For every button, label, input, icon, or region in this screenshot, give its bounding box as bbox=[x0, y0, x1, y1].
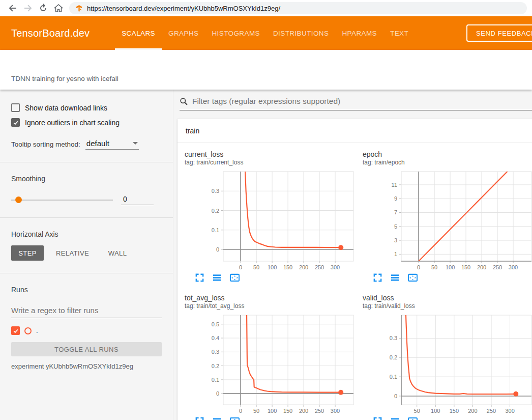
tab-histograms[interactable]: HISTOGRAMS bbox=[205, 16, 267, 50]
line-chart[interactable]: 5010015020025030000.10.20.3 bbox=[363, 313, 532, 414]
svg-text:0.1: 0.1 bbox=[212, 227, 219, 233]
chart-tag: tag: train/current_loss bbox=[185, 159, 357, 166]
svg-text:0.3: 0.3 bbox=[212, 188, 219, 194]
fullscreen-icon[interactable] bbox=[195, 416, 204, 420]
svg-text:200: 200 bbox=[299, 264, 308, 270]
tab-scalars[interactable]: SCALARS bbox=[115, 16, 162, 50]
chart-title: valid_loss bbox=[363, 294, 532, 302]
svg-text:3: 3 bbox=[394, 237, 397, 243]
settings-sidebar: Show data download links Ignore outliers… bbox=[0, 90, 173, 420]
svg-text:0.5: 0.5 bbox=[212, 321, 219, 327]
fullscreen-icon[interactable] bbox=[373, 416, 382, 420]
slider-thumb[interactable] bbox=[15, 197, 22, 203]
chart-title: tot_avg_loss bbox=[185, 294, 357, 302]
svg-text:0.3: 0.3 bbox=[212, 349, 219, 355]
app-header: TensorBoard.dev SCALARS GRAPHS HISTOGRAM… bbox=[0, 16, 532, 50]
svg-text:300: 300 bbox=[509, 264, 518, 270]
fullscreen-icon[interactable] bbox=[373, 273, 382, 283]
data-table-icon[interactable] bbox=[390, 273, 400, 283]
address-bar[interactable]: https://tensorboard.dev/experiment/yKUbh… bbox=[69, 2, 527, 14]
forward-icon[interactable] bbox=[20, 1, 36, 15]
tab-graphs[interactable]: GRAPHS bbox=[162, 16, 205, 50]
svg-text:300: 300 bbox=[331, 408, 340, 414]
fullscreen-icon[interactable] bbox=[195, 273, 204, 283]
experiment-title: TDNN training for yesno with icefall bbox=[11, 75, 119, 82]
svg-text:0.2: 0.2 bbox=[212, 208, 219, 214]
svg-text:0.1: 0.1 bbox=[212, 377, 219, 383]
fit-domain-icon[interactable] bbox=[229, 273, 240, 283]
fit-domain-icon[interactable] bbox=[407, 416, 418, 420]
axis-wall-button[interactable]: WALL bbox=[101, 245, 134, 261]
chevron-down-icon bbox=[133, 142, 138, 145]
svg-text:200: 200 bbox=[477, 264, 486, 270]
svg-text:0: 0 bbox=[239, 264, 242, 270]
fit-domain-icon[interactable] bbox=[229, 416, 240, 420]
svg-text:50: 50 bbox=[253, 264, 259, 270]
svg-text:250: 250 bbox=[315, 408, 324, 414]
axis-step-button[interactable]: STEP bbox=[11, 245, 44, 261]
tab-hparams[interactable]: HPARAMS bbox=[335, 16, 383, 50]
tooltip-sorting-select[interactable]: default bbox=[85, 139, 139, 150]
divider bbox=[0, 273, 173, 273]
data-table-icon[interactable] bbox=[212, 273, 222, 283]
show-download-links-checkbox[interactable]: Show data download links bbox=[11, 103, 162, 112]
svg-text:150: 150 bbox=[450, 408, 459, 414]
app-logo[interactable]: TensorBoard.dev bbox=[11, 27, 90, 39]
chart-title: current_loss bbox=[185, 150, 357, 158]
svg-text:100: 100 bbox=[268, 264, 277, 270]
smoothing-label: Smoothing bbox=[11, 175, 162, 183]
send-feedback-button[interactable]: SEND FEEDBACK bbox=[466, 24, 532, 42]
svg-text:100: 100 bbox=[446, 264, 455, 270]
svg-text:300: 300 bbox=[505, 408, 514, 414]
run-list-item[interactable]: . bbox=[11, 326, 162, 335]
back-icon[interactable] bbox=[5, 1, 20, 15]
data-table-icon[interactable] bbox=[212, 416, 222, 420]
svg-text:50: 50 bbox=[414, 408, 420, 414]
axis-relative-button[interactable]: RELATIVE bbox=[51, 245, 94, 261]
section-header-train[interactable]: train bbox=[178, 119, 532, 143]
tag-filter-input[interactable] bbox=[192, 97, 532, 106]
runs-label: Runs bbox=[11, 286, 162, 294]
train-section-card: train current_loss tag: train/current_lo… bbox=[178, 119, 532, 420]
toggle-all-runs-button[interactable]: TOGGLE ALL RUNS bbox=[11, 342, 162, 356]
run-checkbox-checked-icon[interactable] bbox=[11, 326, 20, 335]
svg-text:0: 0 bbox=[216, 246, 219, 253]
charts-grid: current_loss tag: train/current_loss 050… bbox=[178, 143, 532, 420]
line-chart[interactable]: 0501001502002503001357911 bbox=[363, 169, 532, 271]
tab-distributions[interactable]: DISTRIBUTIONS bbox=[267, 16, 335, 50]
svg-text:250: 250 bbox=[315, 264, 324, 270]
runs-filter-input[interactable] bbox=[11, 303, 162, 318]
fit-domain-icon[interactable] bbox=[407, 273, 418, 283]
home-icon[interactable] bbox=[51, 1, 66, 15]
horizontal-axis-label: Horizontal Axis bbox=[11, 230, 162, 238]
svg-text:250: 250 bbox=[493, 264, 502, 270]
svg-text:0.2: 0.2 bbox=[212, 363, 219, 369]
svg-text:100: 100 bbox=[268, 408, 277, 414]
svg-text:5: 5 bbox=[394, 223, 397, 230]
svg-text:11: 11 bbox=[392, 182, 397, 188]
chart-valid-loss: valid_loss tag: train/valid_loss 5010015… bbox=[363, 294, 532, 420]
svg-text:50: 50 bbox=[431, 264, 437, 270]
svg-text:0: 0 bbox=[239, 408, 242, 414]
tooltip-sorting-label: Tooltip sorting method: bbox=[11, 141, 80, 150]
ignore-outliers-checkbox[interactable]: Ignore outliers in chart scaling bbox=[11, 118, 162, 127]
svg-text:50: 50 bbox=[253, 408, 259, 414]
chart-tag: tag: train/epoch bbox=[363, 159, 532, 166]
scalars-dashboard: train current_loss tag: train/current_lo… bbox=[173, 90, 532, 420]
svg-text:200: 200 bbox=[299, 408, 308, 414]
svg-text:100: 100 bbox=[431, 408, 440, 414]
divider bbox=[0, 217, 173, 218]
smoothing-value-field[interactable]: 0 bbox=[121, 195, 154, 205]
svg-text:150: 150 bbox=[283, 264, 292, 270]
svg-text:150: 150 bbox=[283, 408, 292, 414]
data-table-icon[interactable] bbox=[390, 416, 400, 420]
svg-text:1: 1 bbox=[394, 251, 397, 257]
tab-text[interactable]: TEXT bbox=[383, 16, 415, 50]
reload-icon[interactable] bbox=[36, 1, 51, 15]
smoothing-slider[interactable] bbox=[11, 200, 113, 201]
line-chart[interactable]: 05010015020025030000.10.20.3 bbox=[185, 169, 357, 271]
line-chart[interactable]: 05010015020025030000.10.20.30.40.5 bbox=[185, 313, 357, 414]
chart-tag: tag: train/valid_loss bbox=[363, 302, 532, 310]
svg-text:0.3: 0.3 bbox=[390, 335, 397, 341]
run-name: . bbox=[36, 327, 38, 334]
